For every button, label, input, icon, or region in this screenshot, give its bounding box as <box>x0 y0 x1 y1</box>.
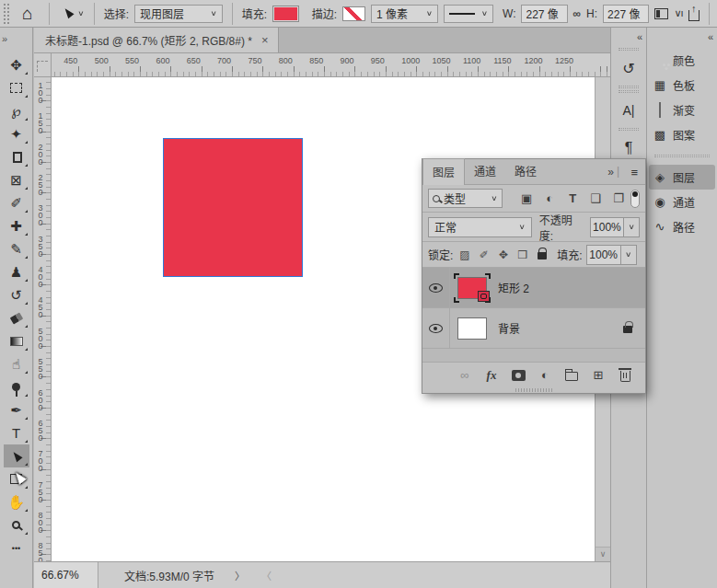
layer-thumbnail[interactable] <box>456 275 489 301</box>
fill-color-swatch[interactable] <box>272 6 299 22</box>
channels-panel-button[interactable]: ◉通道 <box>647 190 717 214</box>
home-icon[interactable]: ⌂ <box>22 4 32 24</box>
stroke-type-dropdown[interactable]: ∨ <box>444 5 493 23</box>
link-layers-icon[interactable]: ∞ <box>457 368 472 382</box>
panel-resize-grip[interactable] <box>515 388 552 392</box>
visibility-toggle[interactable] <box>422 268 450 307</box>
separator <box>709 3 710 25</box>
link-dimensions-icon[interactable]: ∞ <box>573 7 582 20</box>
stroke-width-dropdown[interactable]: 1 像素 ∨ <box>371 5 438 23</box>
filter-type-layers-icon[interactable]: T <box>561 191 584 205</box>
lock-position-icon[interactable]: ✥ <box>493 248 513 261</box>
move-tool[interactable]: ✥ <box>4 53 29 76</box>
height-input[interactable]: 227 像 <box>603 5 649 23</box>
visibility-toggle[interactable] <box>422 308 450 348</box>
dock-collapse-icon[interactable]: « <box>637 31 641 42</box>
background-lock-icon[interactable] <box>623 321 632 336</box>
layer-thumbnail[interactable] <box>456 316 489 341</box>
panel-menu-icon[interactable]: ≡ <box>630 166 638 179</box>
new-group-icon[interactable] <box>564 369 579 381</box>
eye-icon <box>429 283 443 293</box>
layers-panel-button[interactable]: ◈图层 <box>649 165 715 190</box>
shape-rectangle[interactable] <box>163 138 303 277</box>
eraser-tool[interactable] <box>4 306 29 329</box>
tab-paths[interactable]: 路径 <box>505 158 546 184</box>
workspace-icon[interactable]: ∨ı <box>674 7 682 19</box>
dodge-tool[interactable] <box>4 375 29 398</box>
adjustment-layer-icon[interactable]: ◐ <box>538 368 552 382</box>
gradients-panel-button[interactable]: 渐变 <box>647 98 717 122</box>
color-panel-button[interactable]: 颜色 <box>647 48 717 73</box>
tool-options-icon[interactable] <box>654 8 668 19</box>
swatches-panel-button[interactable]: ▦色板 <box>647 73 717 98</box>
opacity-chevron-icon[interactable]: ∨ <box>624 217 640 237</box>
filter-smart-objects-icon[interactable]: ❐ <box>607 191 630 205</box>
move-tool-icon[interactable] <box>64 7 72 20</box>
layer-row-background[interactable]: 背景 <box>422 308 645 349</box>
patterns-panel-button[interactable]: ▩图案 <box>647 122 717 147</box>
paths-panel-button[interactable]: ∿路径 <box>647 214 717 239</box>
stroke-color-swatch[interactable] <box>342 6 365 21</box>
filter-shape-layers-icon[interactable]: ❑ <box>584 191 607 205</box>
edit-toolbar-button[interactable]: ••• <box>4 536 29 559</box>
healing-brush-tool[interactable]: ✚ <box>4 214 29 237</box>
lock-all-icon[interactable] <box>532 248 551 262</box>
status-chevron-icon[interactable]: 〉 <box>235 568 245 582</box>
frame-tool[interactable]: ⊠ <box>4 168 29 191</box>
lock-image-pixels-icon[interactable]: ✐ <box>474 248 493 261</box>
lock-artboard-icon[interactable]: ❒ <box>513 248 532 261</box>
crop-tool[interactable] <box>4 145 29 168</box>
delete-layer-icon[interactable] <box>618 368 632 382</box>
close-tab-icon[interactable]: × <box>261 33 269 47</box>
layer-name[interactable]: 矩形 2 <box>498 280 529 295</box>
panel-more-icon[interactable]: » <box>607 166 612 179</box>
layer-name[interactable]: 背景 <box>498 320 520 336</box>
zoom-level-input[interactable]: 66.67% <box>34 562 98 588</box>
lock-transparent-pixels-icon[interactable]: ▨ <box>455 248 474 261</box>
tab-channels[interactable]: 通道 <box>465 158 505 184</box>
filter-type-dropdown[interactable]: 类型 ∨ <box>428 189 503 208</box>
vertical-ruler[interactable]: 1001502002503003504004505005506006507007… <box>34 77 52 561</box>
layer-style-icon[interactable]: fx <box>484 368 499 383</box>
fill-opacity-input[interactable]: 100% <box>586 245 621 265</box>
pen-tool[interactable]: ✒ <box>4 398 29 421</box>
filter-pixel-layers-icon[interactable]: ▣ <box>515 191 538 205</box>
share-icon[interactable] <box>688 10 700 21</box>
smudge-tool[interactable]: ☝ <box>4 352 29 375</box>
eyedropper-tool[interactable]: ✐ <box>4 191 29 214</box>
dock-collapse-icon[interactable]: « <box>708 31 711 42</box>
select-mode-dropdown[interactable]: 现用图层 ∨ <box>134 5 223 23</box>
new-layer-icon[interactable]: ⊞ <box>591 368 606 382</box>
width-input[interactable]: 227 像 <box>521 5 567 23</box>
scroll-down-icon[interactable]: ∨ <box>596 547 610 561</box>
v-ruler-label: 450 <box>36 295 45 317</box>
move-tool-chevron-icon[interactable]: ∨ <box>77 9 84 17</box>
opacity-input[interactable]: 100% <box>590 217 625 237</box>
character-panel-button[interactable]: A| <box>611 95 646 126</box>
toolbar-collapse-icon[interactable]: » <box>2 33 7 44</box>
h-ruler-label: 650 <box>187 56 201 65</box>
quick-selection-tool[interactable]: ✦ <box>4 122 29 145</box>
layer-row-rectangle2[interactable]: 矩形 2 <box>422 268 645 308</box>
brush-tool[interactable]: ✎ <box>4 237 29 260</box>
ruler-origin-corner[interactable] <box>34 53 52 77</box>
zoom-tool[interactable] <box>4 513 29 536</box>
gradient-tool[interactable] <box>4 329 29 352</box>
type-tool[interactable]: T <box>4 421 29 444</box>
tab-layers[interactable]: 图层 <box>422 158 465 185</box>
filter-adjustment-layers-icon[interactable]: ◐ <box>538 191 561 205</box>
clone-stamp-tool[interactable]: ♟ <box>4 260 29 283</box>
hand-tool[interactable]: ✋ <box>4 490 29 513</box>
blend-mode-dropdown[interactable]: 正常 ∨ <box>428 217 532 237</box>
rectangular-marquee-tool[interactable] <box>4 76 29 99</box>
lasso-tool[interactable]: ℘ <box>4 99 29 122</box>
horizontal-ruler[interactable]: 4004505005506006507007508008509009501000… <box>52 53 610 77</box>
history-panel-button[interactable]: ↺ <box>611 52 646 84</box>
history-brush-tool[interactable]: ↺ <box>4 283 29 306</box>
filter-toggle-icon[interactable] <box>630 190 640 208</box>
options-bar-grip[interactable] <box>4 4 9 24</box>
path-selection-tool[interactable] <box>4 444 29 467</box>
fill-chevron-icon[interactable]: ∨ <box>621 245 637 265</box>
document-tab[interactable]: 未标题-1.psd @ 66.7% (矩形 2, RGB/8#) * × <box>34 28 279 52</box>
add-layer-mask-icon[interactable] <box>511 370 526 381</box>
